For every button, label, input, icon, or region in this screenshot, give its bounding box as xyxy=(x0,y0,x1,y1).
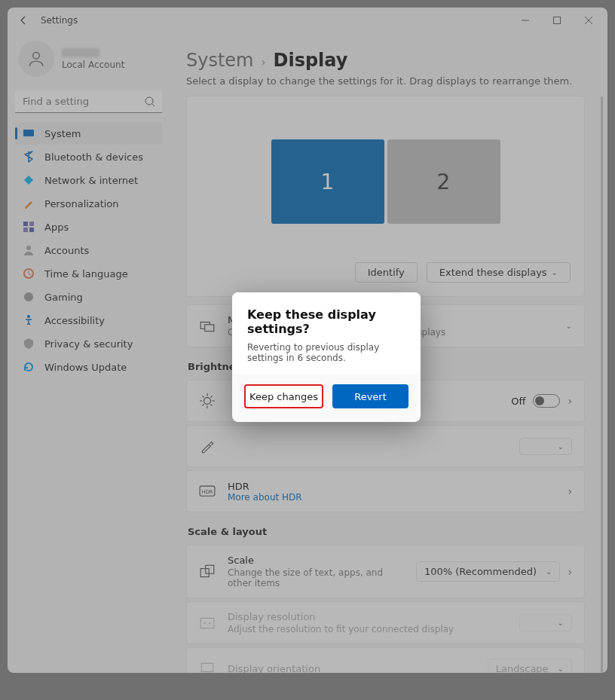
keep-settings-dialog: Keep these display settings? Reverting t… xyxy=(232,292,421,422)
dialog-countdown: 6 xyxy=(297,353,303,363)
revert-button[interactable]: Revert xyxy=(332,384,408,408)
keep-changes-button[interactable]: Keep changes xyxy=(244,384,323,408)
dialog-text-suffix: seconds. xyxy=(303,353,346,363)
button-label: Keep changes xyxy=(249,391,318,402)
button-label: Revert xyxy=(354,391,387,402)
dialog-text: Reverting to previous display settings i… xyxy=(247,342,405,363)
dialog-title: Keep these display settings? xyxy=(247,307,405,336)
modal-overlay: Keep these display settings? Reverting t… xyxy=(0,0,615,700)
